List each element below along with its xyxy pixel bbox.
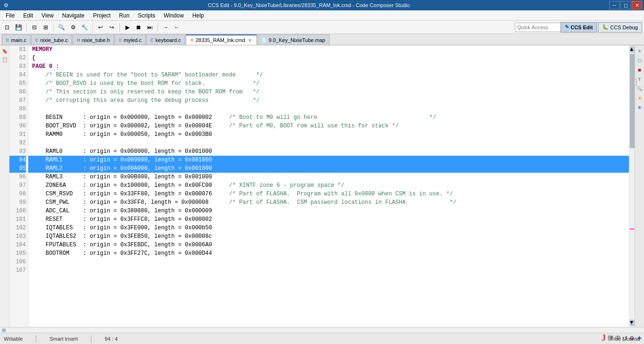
toolbar-btn-5[interactable]: 🔍 xyxy=(56,22,67,33)
code-line-103: IQTABLES2 : origin = 0x3FEB50, length = … xyxy=(28,232,635,241)
tab-keyboard-c-label: keyboard.c xyxy=(156,37,181,43)
sidebar-icon-2[interactable]: 📋 xyxy=(1,56,8,63)
code-line-87: /* corrupting this area during the debug… xyxy=(28,96,635,105)
line-num-98: 98 xyxy=(9,190,26,198)
line-num-91: 91 xyxy=(9,130,26,139)
tab-nixie-tube-c[interactable]: C nixie_tube.c xyxy=(31,34,72,45)
sep3 xyxy=(92,23,93,32)
sidebar-icon-1[interactable]: 🔖 xyxy=(1,47,8,55)
hscrollbar-thumb[interactable] xyxy=(2,328,6,332)
minimize-button[interactable]: ─ xyxy=(609,1,619,9)
code-line-95: RAML2 : origin = 0x00A000, length = 0x00… xyxy=(28,164,635,173)
toolbar: ⊡ 💾 ⊟ ⊞ 🔍 ⚙ 🔧 ↩ ↪ ▶ ⏹ ⏭ → ← xyxy=(2,22,515,33)
ccs-debug-perspective[interactable]: 🐛 CCS Debug xyxy=(598,22,642,33)
tab-main-c[interactable]: C main.c xyxy=(2,34,31,45)
toolbar-btn-14[interactable]: ← xyxy=(172,22,182,33)
tab-map-file[interactable]: 📄 9.0_Key_NixieTube.map xyxy=(257,34,330,45)
status-icon-settings: ⚙ xyxy=(629,335,635,342)
right-icon-1[interactable]: ≡ xyxy=(636,47,644,55)
title-bar-text: CCS Edit - 9.0_Key_NixieTube/Libraries/2… xyxy=(208,2,410,8)
toolbar-btn-3[interactable]: ⊟ xyxy=(29,22,40,33)
toolbar-btn-11[interactable]: ⏹ xyxy=(133,22,144,33)
toolbar-btn-7[interactable]: 🔧 xyxy=(79,22,90,33)
scrollbar-arrow-up[interactable]: ▲ xyxy=(630,46,635,53)
line-num-90: 90 xyxy=(9,122,26,130)
code-line-106 xyxy=(28,258,635,266)
line-num-95: 95 xyxy=(9,164,26,173)
tab-28335-label: 28335_RAM_lnk.cmd xyxy=(196,37,245,43)
line-num-100: 100 xyxy=(9,207,26,215)
menu-scripts[interactable]: Scripts xyxy=(134,11,159,20)
line-num-103: 103 xyxy=(9,232,26,241)
app-container: ⚙ CCS Edit - 9.0_Key_NixieTube/Libraries… xyxy=(0,0,644,344)
code-line-82: { xyxy=(28,54,635,62)
sep5 xyxy=(157,23,158,32)
toolbar-btn-10[interactable]: ▶ xyxy=(122,22,132,33)
line-num-94: 94 xyxy=(9,156,26,164)
tab-bar: ─ ◻ C main.c C nixie_tube.c H nixie_tube… xyxy=(0,34,644,45)
tab-nixie-tube-h-icon: H xyxy=(77,38,80,42)
vertical-scrollbar[interactable]: ▲ ▼ xyxy=(629,45,635,327)
line-num-85: 85 xyxy=(9,79,26,88)
tab-map-label: 9.0_Key_NixieTube.map xyxy=(269,37,325,43)
left-sidebar: 🔖 📋 xyxy=(0,45,9,327)
save-button[interactable]: 💾 xyxy=(13,22,24,33)
menu-edit[interactable]: Edit xyxy=(19,11,37,20)
right-icon-5[interactable]: 🔍 xyxy=(636,85,644,92)
right-icon-2[interactable]: ◻ xyxy=(636,57,644,64)
toolbar-btn-13[interactable]: → xyxy=(160,22,171,33)
line-num-105: 105 xyxy=(9,249,26,258)
menu-window[interactable]: Window xyxy=(160,11,188,20)
ccs-edit-perspective[interactable]: ✎ CCS Edit xyxy=(561,22,597,33)
menu-file[interactable]: File xyxy=(2,11,18,20)
line-num-107: 107 xyxy=(9,266,26,275)
right-icon-3[interactable]: ■ xyxy=(636,66,644,74)
close-button[interactable]: ✕ xyxy=(632,1,642,9)
code-line-85: /* BOOT_RSVD is used by the boot ROM for… xyxy=(28,79,635,88)
status-position: 94 : 4 xyxy=(105,336,118,342)
line-num-102: 102 xyxy=(9,224,26,232)
pink-marker xyxy=(630,228,635,230)
code-lines: MEMORY{PAGE 0 : /* BEGIN is used for the… xyxy=(28,45,635,275)
tab-28335-close[interactable]: ✕ xyxy=(247,38,253,43)
toolbar-btn-12[interactable]: ⏭ xyxy=(145,22,155,33)
code-line-88 xyxy=(28,105,635,113)
menu-view[interactable]: View xyxy=(38,11,58,20)
code-line-90: BOOT_RSVD : origin = 0x000002, length = … xyxy=(28,122,635,130)
toolbar-btn-8[interactable]: ↩ xyxy=(95,22,106,33)
code-line-98: CSM_RSVD : origin = 0x33FF80, length = 0… xyxy=(28,190,635,198)
right-icon-6[interactable]: ★ xyxy=(636,94,644,102)
horizontal-scrollbar[interactable] xyxy=(0,327,644,333)
menu-help[interactable]: Help xyxy=(189,11,208,20)
tab-myled-c[interactable]: C myled.c xyxy=(115,34,146,45)
status-icon-cn2: 中 xyxy=(615,334,621,342)
line-num-92: 92 xyxy=(9,139,26,147)
tab-keyboard-c[interactable]: C keyboard.c xyxy=(146,34,185,45)
code-line-97: ZONE6A : origin = 0x100000, length = 0x0… xyxy=(28,181,635,190)
status-icon-star: ✦ xyxy=(636,335,642,342)
menu-navigate[interactable]: Navigate xyxy=(58,11,88,20)
code-line-83: PAGE 0 : xyxy=(28,62,635,71)
menu-run[interactable]: Run xyxy=(116,11,133,20)
maximize-button[interactable]: ◻ xyxy=(620,1,631,9)
scrollbar-thumb[interactable] xyxy=(630,54,635,148)
menu-project[interactable]: Project xyxy=(89,11,114,20)
status-bar: Writable Smart Insert 94 : 4 Free Licens… xyxy=(0,333,644,344)
tab-nixie-tube-h[interactable]: H nixie_tube.h xyxy=(73,34,114,45)
scrollbar-arrow-down[interactable]: ▼ xyxy=(630,319,635,326)
sep2 xyxy=(53,23,54,32)
right-icon-7[interactable]: ❄ xyxy=(636,104,644,111)
tab-28335-ram-lnk[interactable]: ⚙ 28335_RAM_lnk.cmd ✕ xyxy=(186,34,257,45)
tab-map-icon: 📄 xyxy=(262,38,267,42)
code-line-92 xyxy=(28,139,635,147)
status-icon-j: J xyxy=(602,333,606,343)
code-editor[interactable]: MEMORY{PAGE 0 : /* BEGIN is used for the… xyxy=(28,45,635,327)
sep1 xyxy=(26,23,27,32)
code-line-96: RAML3 : origin = 0x00B000, length = 0x00… xyxy=(28,173,635,181)
toolbar-btn-4[interactable]: ⊞ xyxy=(41,22,51,33)
right-icon-4[interactable]: T xyxy=(636,76,644,83)
toolbar-btn-6[interactable]: ⚙ xyxy=(68,22,78,33)
tab-main-c-label: main.c xyxy=(11,37,26,43)
toolbar-btn-9[interactable]: ↪ xyxy=(107,22,117,33)
new-button[interactable]: ⊡ xyxy=(2,22,12,33)
